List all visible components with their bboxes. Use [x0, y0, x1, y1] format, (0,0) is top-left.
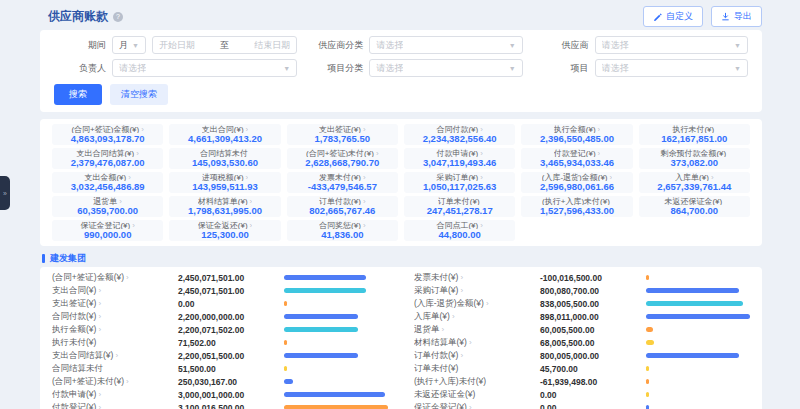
sidebar-collapse-handle[interactable]: » [0, 176, 10, 210]
summary-tile[interactable]: 保证金登记(¥)› 990,000.00 [52, 220, 163, 241]
metric-label[interactable]: 合同付款(¥)› [52, 311, 174, 323]
summary-tile-value[interactable]: 2,657,339,761.44 [657, 181, 731, 192]
metric-label[interactable]: (合同+签证)金额(¥)› [52, 272, 174, 284]
summary-tile[interactable]: 支出合同结算(¥)› 2,379,476,087.00 [52, 148, 163, 169]
summary-tile-value[interactable]: 41,836.00 [321, 229, 363, 240]
search-button[interactable]: 搜索 [54, 84, 102, 105]
summary-tile[interactable]: 未返还保证金(¥) 864,700.00 [639, 196, 750, 217]
summary-tile-value[interactable]: 2,379,476,087.00 [71, 157, 145, 168]
bar-fill [646, 301, 743, 306]
metric-label[interactable]: 支出合同结算(¥)› [52, 350, 174, 362]
summary-tile[interactable]: 合同结算未付 145,093,530.60 [169, 148, 280, 169]
metric-label[interactable]: 入库单(¥)› [414, 311, 536, 323]
summary-tile-value[interactable]: 60,359,700.00 [77, 205, 138, 216]
metric-value: 250,030,167.00 [178, 377, 280, 387]
summary-tile-value[interactable]: 1,783,765.50 [315, 133, 370, 144]
summary-tile-value[interactable]: 162,167,851.00 [661, 133, 727, 144]
bar-fill [284, 288, 366, 293]
summary-tile[interactable]: 执行金额(¥)› 2,396,550,485.00 [521, 124, 632, 145]
summary-tile-value[interactable]: -433,479,546.57 [308, 181, 377, 192]
summary-tile-value[interactable]: 3,047,119,493.46 [423, 157, 496, 168]
summary-tile[interactable]: 支出合同(¥)› 4,661,309,413.20 [169, 124, 280, 145]
summary-tile-value[interactable]: 3,465,934,033.46 [540, 157, 614, 168]
summary-tile-value[interactable]: 145,093,530.60 [192, 157, 258, 168]
metric-label[interactable]: 执行金额(¥)› [52, 324, 174, 336]
metric-label[interactable]: (入库-退货)金额(¥)› [414, 298, 536, 310]
summary-tile[interactable]: (执行+入库)未付(¥) 1,527,596,433.00 [521, 196, 632, 217]
metric-label[interactable]: (执行+入库)未付(¥) [414, 376, 536, 388]
supplier-select[interactable]: 请选择 ▼ [595, 36, 748, 54]
summary-tile-value[interactable]: 2,234,382,556.40 [423, 133, 497, 144]
summary-tile-value[interactable]: 44,800.00 [439, 229, 481, 240]
summary-tile-value[interactable]: 3,032,456,486.89 [71, 181, 145, 192]
summary-tile[interactable]: 支出签证(¥)› 1,783,765.50 [287, 124, 398, 145]
summary-tile[interactable]: 付款申请(¥)› 3,047,119,493.46 [404, 148, 515, 169]
summary-tile[interactable]: 合同付款(¥)› 2,234,382,556.40 [404, 124, 515, 145]
summary-tile-value[interactable]: 4,863,093,178.70 [71, 133, 145, 144]
summary-tile[interactable]: 入库单(¥)› 2,657,339,761.44 [639, 172, 750, 193]
metric-label[interactable]: 订单未付(¥) [414, 363, 536, 375]
summary-tile[interactable]: 订单付款(¥)› 802,665,767.46 [287, 196, 398, 217]
summary-tile-value[interactable]: 1,050,117,025.63 [423, 181, 496, 192]
summary-tile-value[interactable]: 247,451,278.17 [427, 205, 493, 216]
summary-tile-value[interactable]: 802,665,767.46 [309, 205, 375, 216]
summary-tile[interactable]: (合同+签证)金额(¥)› 4,863,093,178.70 [52, 124, 163, 145]
metric-label[interactable]: 未返还保证金(¥) [414, 389, 536, 401]
project-select[interactable]: 请选择 ▼ [595, 59, 748, 77]
owner-select[interactable]: 请选择 ▼ [112, 59, 297, 77]
summary-tile-value[interactable]: 4,661,309,413.20 [188, 133, 262, 144]
summary-tile-value[interactable]: 373,082.00 [671, 157, 719, 168]
help-icon[interactable]: ? [113, 12, 123, 22]
date-range-input[interactable]: 开始日期 至 结束日期 [152, 36, 297, 54]
metric-label[interactable]: 执行未付(¥) [52, 337, 174, 349]
summary-tile-value[interactable]: 864,700.00 [671, 205, 719, 216]
summary-tile[interactable]: 订单未付(¥) 247,451,278.17 [404, 196, 515, 217]
summary-tile[interactable]: 支出金额(¥)› 3,032,456,486.89 [52, 172, 163, 193]
summary-tile-value[interactable]: 2,596,980,061.66 [540, 181, 614, 192]
metric-label[interactable]: 发票未付(¥)› [414, 272, 536, 284]
summary-tile-label: (执行+入库)未付(¥) [542, 197, 612, 205]
summary-tile-value[interactable]: 2,628,668,790.70 [305, 157, 379, 168]
period-unit-select[interactable]: 月 ▼ [112, 36, 146, 54]
summary-tile[interactable]: 材料结算单(¥)› 1,798,631,995.00 [169, 196, 280, 217]
summary-tile[interactable]: 保证金返还(¥)› 125,300.00 [169, 220, 280, 241]
metric-label[interactable]: 支出签证(¥)› [52, 298, 174, 310]
bar-fill [284, 275, 366, 280]
metric-label[interactable]: 材料结算单(¥)› [414, 337, 536, 349]
summary-tile-value[interactable]: 1,798,631,995.00 [188, 205, 262, 216]
summary-tile-value[interactable]: 1,527,596,433.00 [540, 205, 614, 216]
summary-tile[interactable]: 发票未付(¥)› -433,479,546.57 [287, 172, 398, 193]
summary-tile-label: 采购订单(¥)› [436, 173, 482, 181]
summary-tile-value[interactable]: 143,959,511.93 [192, 181, 258, 192]
metric-label[interactable]: (合同+签证)未付(¥)› [52, 376, 174, 388]
summary-tile[interactable]: (合同+签证)未付(¥)› 2,628,668,790.70 [287, 148, 398, 169]
summary-tile[interactable]: 执行未付(¥) 162,167,851.00 [639, 124, 750, 145]
summary-tile-value[interactable]: 125,300.00 [201, 229, 249, 240]
metric-label[interactable]: 采购订单(¥)› [414, 285, 536, 297]
customize-button[interactable]: 自定义 [643, 6, 703, 27]
metric-label[interactable]: 保证金登记(¥)› [414, 402, 536, 409]
export-button[interactable]: 导出 [711, 6, 762, 27]
metric-label[interactable]: 合同结算未付 [52, 363, 174, 375]
project-category-select[interactable]: 请选择 ▼ [369, 59, 522, 77]
metric-label[interactable]: 付款登记(¥)› [52, 402, 174, 409]
summary-tile[interactable]: 付款登记(¥)› 3,465,934,033.46 [521, 148, 632, 169]
summary-tile[interactable]: 采购订单(¥)› 1,050,117,025.63 [404, 172, 515, 193]
metric-label[interactable]: 退货单› [414, 324, 536, 336]
supplier-category-select[interactable]: 请选择 ▼ [369, 36, 522, 54]
metric-label[interactable]: 付款申请(¥)› [52, 389, 174, 401]
summary-tile[interactable]: 合同点工(¥)› 44,800.00 [404, 220, 515, 241]
metric-bar [284, 405, 388, 409]
summary-tile[interactable]: 进项税额(¥)› 143,959,511.93 [169, 172, 280, 193]
summary-tile[interactable]: 退货单› 60,359,700.00 [52, 196, 163, 217]
summary-tile[interactable]: 剩余预付款金额(¥) 373,082.00 [639, 148, 750, 169]
clear-search-button[interactable]: 清空搜索 [110, 84, 168, 105]
metric-label[interactable]: 支出合同(¥)› [52, 285, 174, 297]
summary-tile[interactable]: (入库-退货)金额(¥)› 2,596,980,061.66 [521, 172, 632, 193]
summary-tile-value[interactable]: 2,396,550,485.00 [540, 133, 614, 144]
chevron-right-icon: › [98, 299, 101, 308]
summary-tile-value[interactable]: 990,000.00 [84, 229, 132, 240]
metric-value: 3,000,001,000.00 [178, 390, 280, 400]
metric-label[interactable]: 订单付款(¥)› [414, 350, 536, 362]
summary-tile[interactable]: 合同奖惩(¥)› 41,836.00 [287, 220, 398, 241]
